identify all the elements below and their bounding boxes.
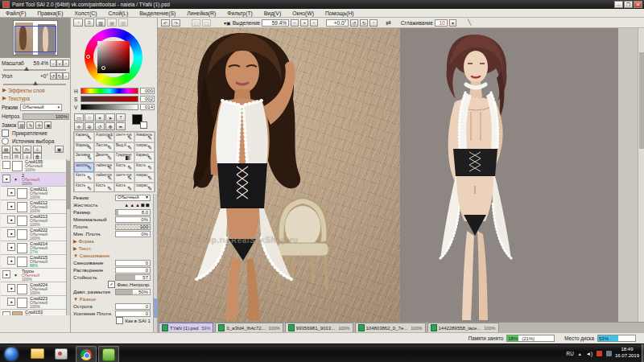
size-slider[interactable]: 8.0 (115, 209, 151, 216)
panel-options-button[interactable]: ▣ (55, 146, 64, 153)
green-app-taskbar-icon[interactable] (98, 346, 119, 362)
sai1-checkbox[interactable] (116, 317, 123, 324)
nav-rotate-ccw-button[interactable]: ↺ (50, 72, 56, 80)
layers-scrollbar[interactable] (66, 159, 70, 315)
brush-select-pen[interactable]: Выд.К.✎ (114, 142, 134, 153)
menu-ruler[interactable]: Линейка(R) (181, 10, 221, 16)
sv-cursor[interactable] (101, 66, 105, 70)
start-button[interactable] (2, 346, 20, 361)
sai-taskbar-icon[interactable] (52, 346, 71, 361)
hand-tool[interactable]: ✥ (105, 122, 115, 130)
eyedropper-tool[interactable]: ✒ (116, 122, 126, 130)
blur-pressure-slider[interactable]: ... 50% (115, 289, 151, 295)
brush-pencil[interactable]: Каранд.✎ (74, 132, 94, 142)
brush-brush[interactable]: Кисть✎ (94, 183, 114, 192)
blending-box[interactable]: 0 (115, 260, 151, 266)
move-layer-tool[interactable]: ➤ (105, 113, 115, 121)
layer-opacity-slider[interactable]: 100% (23, 113, 69, 120)
persistence-slider[interactable]: 57 (115, 274, 151, 281)
chrome-taskbar-icon[interactable] (76, 346, 97, 362)
layer-row[interactable]: Слой155Обычный100% (1, 159, 66, 173)
swatches-tab[interactable]: ▦ (107, 19, 117, 27)
nav-angle-reset-button[interactable]: ▫ (63, 72, 69, 80)
nav-angle-slider[interactable] (3, 84, 66, 85)
eye-toggle[interactable]: ● (7, 284, 15, 292)
brush-paint[interactable]: покрас✎ (134, 183, 155, 192)
brush-sketch[interactable]: скетч-чук✎ (114, 132, 134, 142)
canvas-vertical-scrollbar[interactable] (638, 28, 644, 322)
layer-row[interactable]: ● Слой222Обычный100% (1, 228, 66, 241)
flip-icon[interactable]: ⇄ (386, 19, 391, 27)
menu-edit[interactable]: Правка(E) (31, 10, 68, 16)
menu-view[interactable]: Вид(V) (258, 10, 287, 16)
nav-rotate-cw-button[interactable]: ↻ (56, 72, 63, 80)
tray-expand-icon[interactable]: ▲ (578, 352, 582, 356)
brush-liner[interactable]: лайнится✎ (94, 162, 114, 173)
explorer-taskbar-icon[interactable] (27, 346, 47, 361)
language-indicator[interactable]: RU (567, 351, 574, 356)
menu-help[interactable]: Помощь(H) (320, 10, 360, 16)
eye-toggle[interactable]: ● (7, 216, 15, 224)
rect-select-tool[interactable]: ▭ (74, 113, 84, 121)
notification-icon[interactable] (597, 351, 602, 356)
brush-brush[interactable]: Кисть✎ (114, 162, 134, 173)
min-density-box[interactable]: 0% (115, 231, 151, 237)
nav-zoom-in-button[interactable]: + (56, 60, 63, 67)
navigator-view-rect[interactable] (14, 26, 56, 52)
redo-button[interactable]: ↷ (171, 19, 180, 27)
layer-row-selected[interactable]: ● ▼ 2Обычный100% (1, 173, 66, 187)
menu-file[interactable]: Файл(F) (0, 10, 31, 16)
eye-toggle[interactable]: ● (2, 270, 10, 278)
select-tool-button[interactable]: ▢ (192, 19, 200, 27)
maximize-button[interactable]: ❐ (624, 1, 633, 8)
brush-brush[interactable]: Кисть✎ (114, 183, 134, 192)
folder-open-icon[interactable]: ▼ (14, 177, 18, 182)
nav-zoom-out-button[interactable]: − (50, 60, 56, 67)
folder-open-icon[interactable]: ▼ (14, 273, 18, 278)
layer-effects-header[interactable]: ▶Эффекты слоя (0, 86, 70, 94)
layer-row-folder[interactable]: ● ▼ ТрусыОбычный100% (1, 269, 66, 282)
taskbar-clock[interactable]: 18:4916.07.2019 (613, 346, 641, 359)
s-slider[interactable] (80, 96, 138, 102)
v-slider[interactable] (80, 104, 138, 110)
transfer-down-icon[interactable]: ⇩ (33, 146, 42, 153)
brush-marker[interactable]: Маркер✎ (74, 142, 94, 153)
dilution-box[interactable]: 0 (115, 267, 151, 274)
hue-cursor[interactable] (86, 55, 90, 59)
lock-all-icon[interactable]: ▣ (44, 121, 52, 129)
eye-toggle[interactable] (2, 161, 10, 169)
text-tool[interactable]: T (116, 113, 126, 121)
smoothing-dropdown[interactable]: ▾ (449, 19, 456, 27)
v-value[interactable]: 014 (140, 104, 155, 110)
new-folder-button[interactable]: 🗀 (23, 146, 31, 153)
brush-fill-selected[interactable]: заполн.✎ (74, 162, 94, 173)
menu-layer[interactable]: Слой(L) (102, 10, 134, 16)
eye-toggle[interactable]: ● (7, 188, 15, 196)
layer-row[interactable]: ● Слой215Обычный88% (1, 255, 66, 269)
nav-zoom-reset-button[interactable]: ▫ (63, 60, 69, 67)
layer-row[interactable]: ● Слой213Обычный100% (1, 214, 66, 228)
brush-airbrush[interactable]: Аэрограф✎ (94, 132, 114, 142)
min-size-box[interactable]: 0% (115, 216, 151, 223)
zoom-in-button[interactable]: + (300, 19, 308, 27)
scratchpad-tab[interactable]: ▥ (118, 19, 128, 27)
nav-scale-slider[interactable] (3, 69, 66, 71)
lock-pen-icon[interactable]: ✎ (27, 121, 34, 129)
brush-paint[interactable]: покрас✎ (134, 172, 155, 183)
angle-value-box[interactable]: +0.0° (326, 19, 349, 27)
shape-section-header[interactable]: ▶ Форма (71, 237, 153, 245)
smoothing-value-box[interactable]: 10 (435, 19, 448, 27)
h-slider[interactable] (80, 88, 138, 94)
brush-paint[interactable]: покрас✎ (134, 142, 155, 153)
fix-opacity-checkbox[interactable]: ✓ (108, 281, 115, 288)
zoom-out-button[interactable]: − (291, 19, 299, 27)
magic-wand-tool[interactable]: ✦ (95, 113, 105, 121)
eye-toggle[interactable]: ● (7, 202, 15, 210)
rotate-tool[interactable]: ↺ (95, 122, 105, 130)
s-value[interactable]: 002 (140, 96, 155, 102)
layer-row[interactable]: ● Слой223Обычный100% (1, 296, 66, 310)
brush-sketch[interactable]: скетч-чук✎ (114, 172, 134, 183)
fix-opacity-row[interactable]: ✓ Фикс.Непрозр. (71, 281, 153, 288)
menu-filter[interactable]: Фильтр(T) (221, 10, 258, 16)
eye-toggle[interactable]: ● (7, 243, 15, 251)
